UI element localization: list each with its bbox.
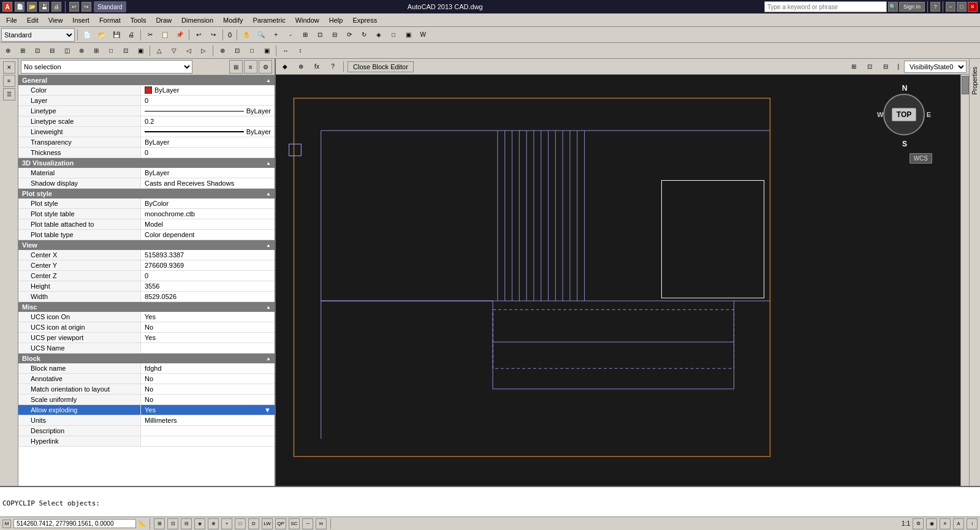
- prop-plottable-type-value[interactable]: Color dependent: [141, 230, 275, 240]
- left-btn-1[interactable]: ✕: [3, 61, 15, 74]
- undo-btn[interactable]: ↩: [69, 2, 79, 12]
- help-btn[interactable]: ?: [930, 2, 940, 12]
- maximize-btn[interactable]: □: [957, 2, 967, 12]
- tb-open[interactable]: 📂: [95, 28, 108, 42]
- lweight-btn[interactable]: LW: [262, 518, 273, 529]
- tb2-9[interactable]: ⊡: [119, 44, 132, 58]
- canvas-tb-vis3[interactable]: ⊟: [879, 60, 892, 74]
- autocad-icon[interactable]: A: [2, 2, 12, 12]
- section-block[interactable]: Block ▲: [18, 354, 275, 363]
- prop-match-orient-value[interactable]: No: [141, 384, 275, 394]
- compass-top-btn[interactable]: TOP: [892, 108, 916, 121]
- prop-centery-value[interactable]: 276609.9369: [141, 260, 275, 270]
- prop-annotative-value[interactable]: No: [141, 374, 275, 384]
- prop-lineweight-value[interactable]: ByLayer: [141, 127, 275, 137]
- left-btn-2[interactable]: ≡: [3, 75, 15, 87]
- tb-zoomin[interactable]: +: [269, 28, 283, 42]
- model-icon[interactable]: M: [2, 520, 11, 528]
- tb-copyclip[interactable]: 📋: [158, 28, 172, 42]
- menu-file[interactable]: File: [1, 15, 22, 25]
- tb-undo[interactable]: ↩: [192, 28, 205, 42]
- tb2-18[interactable]: ▣: [260, 44, 273, 58]
- prop-ucs-on-value[interactable]: Yes: [141, 312, 275, 322]
- tb-modelspace[interactable]: □: [387, 28, 400, 42]
- selection-dropdown[interactable]: No selection: [21, 60, 192, 74]
- prop-ucs-name-value[interactable]: [141, 343, 275, 353]
- canvas-tb-diamond[interactable]: ◆: [278, 60, 292, 74]
- prop-blockname-value[interactable]: fdghd: [141, 363, 275, 373]
- tb2-17[interactable]: □: [245, 44, 259, 58]
- vscroll-thumb[interactable]: [962, 76, 969, 94]
- menu-edit[interactable]: Edit: [22, 15, 44, 25]
- prop-plotstyle-table-value[interactable]: monochrome.ctb: [141, 209, 275, 219]
- tb2-1[interactable]: ⊕: [1, 44, 15, 58]
- redo-btn[interactable]: ↪: [82, 2, 91, 12]
- canvas-tb-vis1[interactable]: ⊞: [847, 60, 860, 74]
- visibility-state-select[interactable]: VisibilityState0: [904, 61, 967, 73]
- prop-ucs-viewport-value[interactable]: Yes: [141, 333, 275, 343]
- tb2-3[interactable]: ⊡: [31, 44, 44, 58]
- tb-wblock[interactable]: W: [416, 28, 430, 42]
- section-misc[interactable]: Misc ▲: [18, 302, 275, 312]
- prop-layer-value[interactable]: 0: [141, 96, 275, 105]
- allow-disallow-btn[interactable]: ↔: [302, 518, 313, 529]
- tb2-12[interactable]: ▽: [167, 44, 181, 58]
- tb-paste[interactable]: 📌: [173, 28, 186, 42]
- prop-linescale-value[interactable]: 0.2: [141, 116, 275, 126]
- section-view[interactable]: View ▲: [18, 240, 275, 250]
- print-btn[interactable]: 🖨: [51, 2, 61, 12]
- menu-parametric[interactable]: Parametric: [248, 15, 290, 25]
- hide-btn[interactable]: H: [316, 518, 327, 529]
- settings-gear-btn[interactable]: ⚙: [913, 518, 924, 529]
- section-general[interactable]: General ▲: [18, 75, 275, 85]
- menu-help[interactable]: Help: [324, 15, 348, 25]
- prop-units-value[interactable]: Millimeters: [141, 415, 275, 425]
- tb-zoom[interactable]: 🔍: [254, 28, 268, 42]
- left-btn-3[interactable]: ☰: [3, 88, 15, 100]
- search-input[interactable]: [764, 1, 887, 12]
- prop-height-value[interactable]: 3556: [141, 281, 275, 291]
- prop-width-value[interactable]: 8529.0526: [141, 292, 275, 301]
- osnap-btn[interactable]: ⊕: [208, 518, 219, 529]
- sc-btn[interactable]: SC: [289, 518, 300, 529]
- save-btn[interactable]: 💾: [39, 2, 49, 12]
- tb2-10[interactable]: ▣: [134, 44, 147, 58]
- tb-orbit[interactable]: ⟳: [343, 28, 356, 42]
- qp-btn[interactable]: QP: [275, 518, 286, 529]
- tb-zoomout[interactable]: -: [284, 28, 297, 42]
- isolate-btn[interactable]: ◉: [926, 518, 937, 529]
- command-input[interactable]: [2, 507, 978, 515]
- prop-transparency-value[interactable]: ByLayer: [141, 137, 275, 147]
- menu-tools[interactable]: Tools: [126, 15, 151, 25]
- tb2-19[interactable]: ↔: [279, 44, 292, 58]
- tb2-14[interactable]: ▷: [197, 44, 210, 58]
- snap-btn[interactable]: ⊞: [154, 518, 165, 529]
- ducs-btn[interactable]: □: [235, 518, 246, 529]
- tb-zoomextents[interactable]: ⊞: [298, 28, 312, 42]
- close-block-editor-btn[interactable]: Close Block Editor: [348, 61, 414, 72]
- tb-3dviews[interactable]: ◈: [372, 28, 386, 42]
- prop-hyperlink-value[interactable]: [141, 436, 275, 446]
- otrack-btn[interactable]: +: [221, 518, 232, 529]
- props-filter-btn[interactable]: ≡: [244, 60, 257, 74]
- prop-description-value[interactable]: [141, 426, 275, 436]
- ortho-btn[interactable]: ⊟: [181, 518, 192, 529]
- section-plot[interactable]: Plot style ▲: [18, 189, 275, 199]
- menu-view[interactable]: View: [44, 15, 68, 25]
- props-toggle-btn[interactable]: ⊞: [229, 60, 243, 74]
- tb-zoomdynamic[interactable]: ⊟: [328, 28, 341, 42]
- menu-format[interactable]: Format: [94, 15, 126, 25]
- annotscale-btn[interactable]: A: [953, 518, 964, 529]
- menu-dimension[interactable]: Dimension: [177, 15, 218, 25]
- canvas-tb-fx[interactable]: fx: [310, 60, 324, 74]
- tb-save[interactable]: 💾: [110, 28, 123, 42]
- prop-color-value[interactable]: ByLayer: [141, 85, 275, 95]
- workspace-selector[interactable]: Standard: [94, 1, 126, 12]
- tb2-2[interactable]: ⊞: [16, 44, 29, 58]
- tb-cutclip[interactable]: ✂: [143, 28, 157, 42]
- tb2-8[interactable]: □: [104, 44, 118, 58]
- tb-pan[interactable]: ✋: [240, 28, 253, 42]
- search-icon[interactable]: 🔍: [888, 2, 898, 12]
- prop-allow-explode-value[interactable]: Yes Yes No ▼: [141, 405, 275, 415]
- tb-plot[interactable]: 🖨: [124, 28, 138, 42]
